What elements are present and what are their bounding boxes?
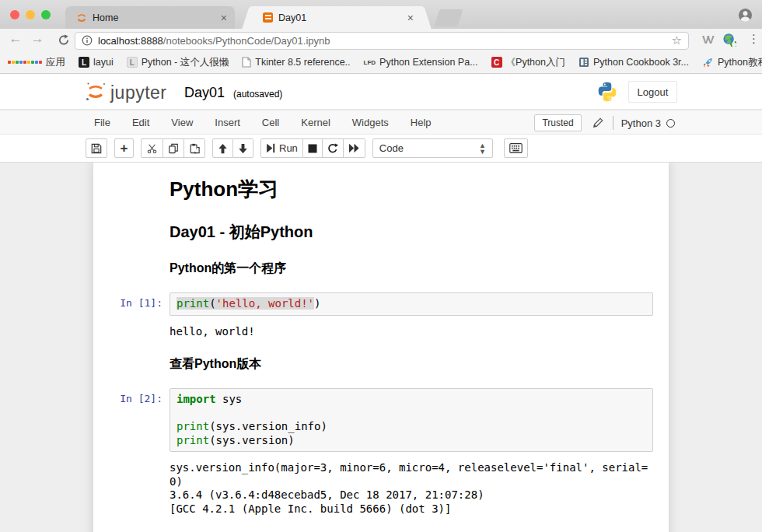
letter-l-icon: L xyxy=(127,57,138,68)
markdown-cell-first-program[interactable]: Python的第一个程序 xyxy=(105,248,657,282)
code-lines: import sys print(sys.version_info) print… xyxy=(177,393,646,447)
menu-edit[interactable]: Edit xyxy=(132,117,149,128)
bookmark-python-tutorial[interactable]: Python教程 xyxy=(702,56,762,69)
notebook-title[interactable]: Day01 xyxy=(184,85,225,101)
restart-icon xyxy=(327,143,338,154)
kernel-name[interactable]: Python 3 xyxy=(621,117,661,129)
save-button[interactable] xyxy=(86,138,107,158)
menu-insert[interactable]: Insert xyxy=(215,117,240,128)
notebook-menubar: File Edit View Insert Cell Kernel Widget… xyxy=(0,110,762,135)
bookmark-cookbook[interactable]: Python Cookbook 3r... xyxy=(578,57,689,68)
menu-file[interactable]: File xyxy=(94,117,110,128)
bookmark-star-icon[interactable]: ☆ xyxy=(672,33,682,47)
url-bar[interactable]: localhost:8888 /notebooks/PythonCode/Day… xyxy=(75,32,689,50)
jupyter-logo[interactable]: jupyter xyxy=(84,80,167,103)
menu-view[interactable]: View xyxy=(171,117,193,128)
mac-close-button[interactable] xyxy=(10,10,19,19)
page-info-icon[interactable] xyxy=(82,35,93,46)
command-palette-button[interactable] xyxy=(504,138,528,158)
logout-button[interactable]: Logout xyxy=(628,81,677,103)
heading-check-version: 查看Python版本 xyxy=(170,356,653,373)
new-tab-button[interactable] xyxy=(434,9,463,26)
edit-pencil-icon[interactable] xyxy=(592,117,603,128)
bookmark-python-blog[interactable]: L Python - 这个人很懒 xyxy=(127,56,229,69)
extension-v-icon[interactable]: VV xyxy=(702,33,712,46)
bookmark-label: 应用 xyxy=(46,56,65,69)
tab-close-icon[interactable]: × xyxy=(407,12,414,24)
bookmark-python-extension[interactable]: LFD Python Extension Pa... xyxy=(364,57,478,68)
back-button[interactable]: ← xyxy=(6,31,25,47)
move-cell-up-button[interactable] xyxy=(212,138,233,158)
code-cell-2[interactable]: In [2]: import sys print(sys.version_inf… xyxy=(105,384,657,456)
bookmark-label: Python - 这个人很懒 xyxy=(142,56,229,69)
interrupt-kernel-button[interactable] xyxy=(303,138,323,158)
translate-globe-icon[interactable] xyxy=(722,33,736,47)
kernel-indicator-area: Trusted Python 3 xyxy=(534,110,675,135)
jupyter-wordmark: jupyter xyxy=(110,82,167,103)
lfd-icon: LFD xyxy=(364,59,376,66)
tab-home[interactable]: Home × xyxy=(65,6,235,29)
jupyter-logo-icon xyxy=(84,80,107,103)
prompt-empty xyxy=(109,252,170,278)
reload-button[interactable] xyxy=(54,34,73,46)
notebook-file-icon xyxy=(263,12,273,23)
output-prompt-empty xyxy=(109,458,170,517)
trusted-button[interactable]: Trusted xyxy=(534,114,581,131)
keyboard-icon xyxy=(509,143,523,153)
kernel-idle-icon xyxy=(666,119,675,128)
python-logo-icon xyxy=(596,81,618,103)
bookmark-layui[interactable]: L layui xyxy=(79,57,114,68)
bookmark-label: Python Extension Pa... xyxy=(379,57,477,68)
menu-kernel[interactable]: Kernel xyxy=(301,117,330,128)
arrow-up-icon xyxy=(218,143,228,154)
markdown-cell-day01[interactable]: Day01 - 初始Python xyxy=(105,208,657,248)
tab-close-icon[interactable]: × xyxy=(221,12,227,24)
code-line: print('hello, world!') xyxy=(177,297,646,311)
chrome-menu-icon[interactable]: ⋮ xyxy=(748,32,760,46)
restart-run-all-button[interactable] xyxy=(344,138,365,158)
add-cell-button[interactable]: + xyxy=(114,138,134,158)
forward-button[interactable]: → xyxy=(28,31,47,47)
menu-help[interactable]: Help xyxy=(411,117,432,128)
bookmark-label: 《Python入门 xyxy=(506,56,565,69)
bookmark-python-intro[interactable]: C 《Python入门 xyxy=(491,56,565,69)
input-prompt: In [2]: xyxy=(109,388,170,452)
notebook-container: Python学习 Day01 - 初始Python Python的第一个程序 I… xyxy=(93,163,669,532)
arrow-down-icon xyxy=(238,143,248,154)
output-text: sys.version_info(major=3, minor=6, micro… xyxy=(170,461,652,516)
paste-cell-button[interactable] xyxy=(184,138,205,158)
cell-type-select[interactable]: Code ▲▼ xyxy=(372,138,493,158)
code-input-area[interactable]: print('hello, world!') xyxy=(170,292,653,316)
heading-python-study: Python学习 xyxy=(170,176,653,203)
select-arrows-icon: ▲▼ xyxy=(479,142,486,155)
markdown-cell-title[interactable]: Python学习 xyxy=(105,167,657,208)
run-cell-button[interactable]: Run xyxy=(260,138,303,158)
cut-cell-button[interactable] xyxy=(141,138,163,158)
code-cell-1[interactable]: In [1]: print('hello, world!') xyxy=(105,289,657,320)
bookmark-tkinter[interactable]: Tkinter 8.5 reference.. xyxy=(242,57,350,68)
tab-day01[interactable]: Day01 × xyxy=(252,6,421,29)
menu-cell[interactable]: Cell xyxy=(262,117,279,128)
bookmark-label: Python教程 xyxy=(718,56,762,69)
cell-type-value: Code xyxy=(379,142,404,154)
input-prompt: In [1]: xyxy=(109,292,170,316)
move-cell-down-button[interactable] xyxy=(233,138,253,158)
profile-avatar-icon[interactable] xyxy=(738,8,753,23)
output-cell-1: hello, world! xyxy=(105,320,657,345)
menu-widgets[interactable]: Widgets xyxy=(352,117,389,128)
tab-title: Home xyxy=(93,12,216,23)
restart-kernel-button[interactable] xyxy=(323,138,344,158)
mac-zoom-button[interactable] xyxy=(41,10,51,19)
mac-minimize-button[interactable] xyxy=(26,10,35,19)
save-icon xyxy=(91,143,102,154)
code-input-area[interactable]: import sys print(sys.version_info) print… xyxy=(170,388,653,452)
copy-cell-button[interactable] xyxy=(163,138,184,158)
tab-strip: Home × Day01 × xyxy=(0,0,762,29)
markdown-cell-version[interactable]: 查看Python版本 xyxy=(105,344,657,378)
prompt-empty xyxy=(109,212,170,244)
notebook-scroll-area[interactable]: Python学习 Day01 - 初始Python Python的第一个程序 I… xyxy=(0,163,762,532)
paste-icon xyxy=(189,143,200,154)
fast-forward-icon xyxy=(348,143,360,153)
bookmark-apps[interactable]: 应用 xyxy=(8,56,65,69)
heading-first-program: Python的第一个程序 xyxy=(170,261,653,277)
